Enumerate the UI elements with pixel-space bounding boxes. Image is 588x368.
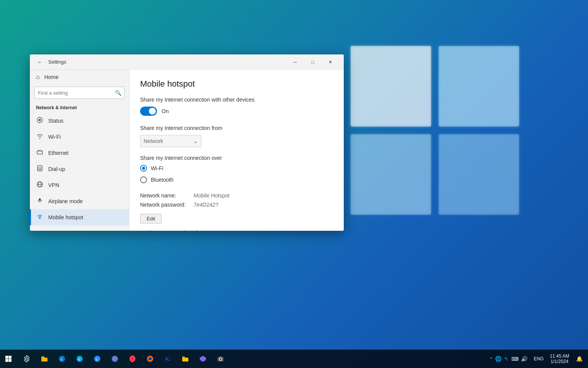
- taskbar-folder-icon[interactable]: [177, 350, 194, 367]
- devices-connected-row: Devices connected: 0 of 8: [140, 230, 333, 231]
- taskbar-edge2-icon[interactable]: e: [71, 350, 88, 367]
- search-box: 🔍: [34, 87, 124, 99]
- clock-time: 11:45 AM: [550, 353, 569, 359]
- sidebar-item-airplane[interactable]: Airplane mode: [30, 193, 129, 209]
- taskbar-firefox-icon[interactable]: [142, 350, 158, 367]
- svg-point-11: [40, 168, 41, 169]
- sidebar-item-vpn[interactable]: VPN: [30, 177, 129, 193]
- svg-line-18: [41, 201, 42, 202]
- taskbar-edge1-icon[interactable]: e: [54, 350, 70, 367]
- share-over-label: Share my Internet connection over: [140, 155, 333, 161]
- svg-rect-21: [9, 356, 12, 359]
- dropdown-value: Network: [144, 138, 163, 144]
- taskbar-terminal-icon[interactable]: >_: [159, 350, 176, 367]
- taskbar-settings-icon[interactable]: [18, 350, 35, 367]
- sidebar-item-label-ethernet: Ethernet: [48, 150, 69, 156]
- window-body: ⌂ Home 🔍 Network & Internet Status W: [30, 70, 344, 231]
- share-from-label: Share my Internet connection from: [140, 125, 333, 131]
- svg-rect-2: [351, 134, 431, 215]
- home-icon: ⌂: [36, 74, 40, 80]
- tray-icons: ⌃ 🌐 ⯲ ⌨ 🔊: [487, 356, 531, 362]
- taskbar-apps: e e e >_: [17, 350, 230, 367]
- taskbar-app-icon[interactable]: [194, 350, 211, 367]
- dropdown-chevron-icon: ⌄: [193, 138, 198, 144]
- hotspot-toggle[interactable]: [140, 107, 157, 116]
- sidebar-item-dialup[interactable]: Dial-up: [30, 161, 129, 177]
- wifi-icon: [36, 133, 44, 141]
- svg-rect-22: [5, 359, 8, 362]
- window-title: Settings: [48, 59, 286, 65]
- radio-wifi[interactable]: Wi-Fi: [140, 165, 333, 172]
- hotspot-icon: [36, 213, 44, 222]
- share-connection-label: Share my Internet connection with other …: [140, 97, 333, 103]
- network-name-value: Mobile Hotspot: [194, 192, 333, 199]
- taskbar-opera-icon[interactable]: [124, 350, 141, 367]
- network-password-value: 7e4D242?: [194, 202, 333, 208]
- tray-notification-icon[interactable]: 🔔: [574, 356, 585, 362]
- clock-date: 1/1/2024: [550, 359, 568, 364]
- tray-network-icon[interactable]: 🌐: [495, 356, 501, 362]
- network-source-dropdown[interactable]: Network ⌄: [140, 135, 201, 147]
- vpn-icon: [36, 181, 44, 189]
- radio-wifi-label: Wi-Fi: [151, 165, 163, 171]
- taskbar: e e e >_: [0, 350, 588, 368]
- sidebar-item-hotspot[interactable]: Mobile hotspot: [30, 209, 129, 225]
- taskbar-explorer-icon[interactable]: [36, 350, 53, 367]
- svg-rect-26: [41, 356, 44, 358]
- svg-point-36: [129, 356, 136, 362]
- tray-volume-icon[interactable]: 🔊: [521, 356, 528, 362]
- maximize-button[interactable]: □: [304, 56, 322, 68]
- sidebar-item-label-vpn: VPN: [48, 182, 59, 188]
- sidebar-home[interactable]: ⌂ Home: [30, 70, 129, 84]
- network-info-grid: Network name: Mobile Hotspot Network pas…: [140, 192, 333, 208]
- svg-marker-44: [200, 356, 206, 362]
- radio-bluetooth-circle: [140, 176, 147, 183]
- sidebar-item-label-airplane: Airplane mode: [48, 198, 83, 204]
- tray-keyboard-icon[interactable]: ⌨: [511, 356, 519, 362]
- tray-bluetooth-icon[interactable]: ⯲: [504, 356, 509, 362]
- svg-point-10: [39, 168, 40, 169]
- svg-rect-20: [5, 356, 8, 359]
- taskbar-camera-icon[interactable]: [212, 350, 229, 367]
- svg-rect-0: [351, 46, 431, 127]
- svg-point-39: [149, 357, 152, 360]
- system-clock[interactable]: 11:45 AM 1/1/2024: [547, 353, 572, 364]
- taskbar-chrome-icon[interactable]: [106, 350, 123, 367]
- search-icon[interactable]: 🔍: [115, 90, 121, 96]
- svg-point-13: [40, 169, 41, 170]
- network-name-label: Network name:: [140, 192, 194, 199]
- edit-button[interactable]: Edit: [140, 214, 162, 223]
- network-password-label: Network password:: [140, 202, 194, 208]
- page-title: Mobile hotspot: [140, 79, 333, 89]
- taskbar-edge3-icon[interactable]: e: [89, 350, 106, 367]
- sidebar-item-label-dialup: Dial-up: [48, 166, 65, 172]
- sidebar-item-status[interactable]: Status: [30, 113, 129, 129]
- close-button[interactable]: ✕: [322, 56, 339, 68]
- svg-rect-23: [9, 359, 12, 362]
- svg-rect-43: [182, 356, 185, 358]
- sidebar-item-label-wifi: Wi-Fi: [48, 134, 61, 140]
- toggle-row: On: [140, 107, 333, 116]
- tray-chevron[interactable]: ⌃: [490, 357, 493, 361]
- search-input[interactable]: [34, 87, 124, 99]
- svg-rect-6: [37, 151, 42, 154]
- sidebar-item-wifi[interactable]: Wi-Fi: [30, 129, 129, 145]
- sidebar-item-label-status: Status: [48, 118, 64, 124]
- svg-text:>_: >_: [166, 357, 170, 361]
- svg-rect-1: [439, 46, 519, 127]
- system-tray: ⌃ 🌐 ⯲ ⌨ 🔊 ENG 11:45 AM 1/1/2024 🔔: [487, 353, 588, 364]
- back-button[interactable]: ←: [34, 57, 45, 67]
- start-button[interactable]: [0, 350, 17, 367]
- svg-text:e: e: [60, 356, 63, 362]
- window-controls: ─ □ ✕: [286, 56, 339, 68]
- svg-point-19: [39, 217, 41, 219]
- sidebar-item-ethernet[interactable]: Ethernet: [30, 145, 129, 161]
- title-bar: ← Settings ─ □ ✕: [30, 54, 344, 70]
- minimize-button[interactable]: ─: [286, 56, 304, 68]
- svg-line-17: [38, 201, 39, 202]
- devices-connected-value: 0 of 8: [188, 230, 202, 231]
- radio-wifi-circle: [140, 165, 147, 172]
- tray-language[interactable]: ENG: [532, 356, 545, 361]
- svg-rect-47: [219, 356, 222, 357]
- radio-bluetooth[interactable]: Bluetooth: [140, 176, 333, 183]
